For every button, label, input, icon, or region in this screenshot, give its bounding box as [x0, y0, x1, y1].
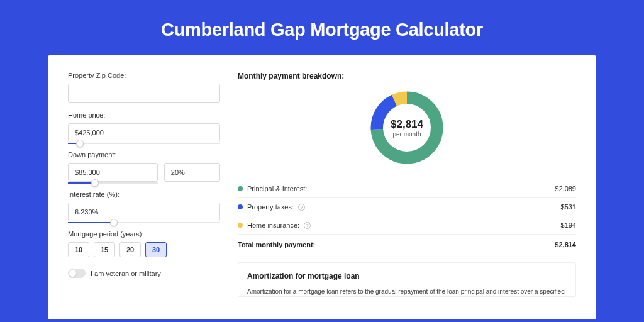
legend-label: Home insurance: [247, 221, 299, 229]
veteran-toggle[interactable] [68, 269, 86, 278]
home-price-slider-thumb[interactable] [76, 140, 84, 147]
info-icon[interactable]: ? [304, 222, 311, 229]
interest-input[interactable] [68, 203, 220, 221]
period-buttons: 10 15 20 30 [68, 242, 220, 257]
donut-sub: per month [392, 131, 421, 138]
donut-chart: $2,814 per month [367, 88, 447, 167]
legend-row-principal: Principal & Interest: $2,089 [238, 180, 576, 198]
veteran-label: I am veteran or military [91, 270, 161, 277]
amortization-title: Amortization for mortgage loan [247, 272, 567, 280]
period-btn-10[interactable]: 10 [68, 242, 89, 257]
calculator-card: Property Zip Code: Home price: Down paym… [48, 55, 596, 319]
amortization-box: Amortization for mortgage loan Amortizat… [238, 262, 576, 297]
down-payment-label: Down payment: [68, 151, 220, 158]
info-icon[interactable]: ? [298, 204, 305, 211]
down-payment-input[interactable] [68, 163, 158, 182]
total-label: Total monthly payment: [238, 241, 315, 248]
interest-label: Interest rate (%): [68, 191, 220, 198]
down-payment-slider-thumb[interactable] [91, 179, 99, 187]
period-label: Mortgage period (years): [68, 230, 220, 238]
period-btn-30[interactable]: 30 [145, 242, 167, 257]
breakdown-panel: Monthly payment breakdown: $2,814 per mo… [238, 72, 576, 319]
donut-amount: $2,814 [391, 118, 423, 131]
zip-label: Property Zip Code: [68, 72, 220, 79]
legend-value: $194 [561, 221, 576, 229]
amortization-text: Amortization for a mortgage loan refers … [247, 287, 567, 296]
period-btn-15[interactable]: 15 [94, 242, 115, 257]
form-panel: Property Zip Code: Home price: Down paym… [68, 72, 220, 319]
total-value: $2,814 [555, 241, 576, 248]
dot-icon [238, 223, 243, 228]
legend-label: Property taxes: [247, 203, 294, 211]
breakdown-title: Monthly payment breakdown: [238, 72, 576, 80]
down-payment-pct-input[interactable] [164, 163, 220, 182]
home-price-slider[interactable] [68, 143, 220, 144]
period-btn-20[interactable]: 20 [119, 242, 141, 257]
legend-row-insurance: Home insurance: ? $194 [238, 216, 576, 235]
interest-slider-thumb[interactable] [110, 219, 118, 226]
home-price-input[interactable] [68, 123, 220, 142]
legend-row-taxes: Property taxes: ? $531 [238, 198, 576, 216]
page-title: Cumberland Gap Mortgage Calculator [0, 0, 644, 55]
legend-value: $531 [561, 203, 576, 211]
home-price-label: Home price: [68, 111, 220, 119]
legend-value: $2,089 [555, 185, 576, 192]
dot-icon [238, 204, 243, 209]
dot-icon [238, 186, 243, 191]
legend-label: Principal & Interest: [247, 185, 307, 192]
zip-input[interactable] [68, 84, 220, 103]
total-row: Total monthly payment: $2,814 [238, 235, 576, 255]
